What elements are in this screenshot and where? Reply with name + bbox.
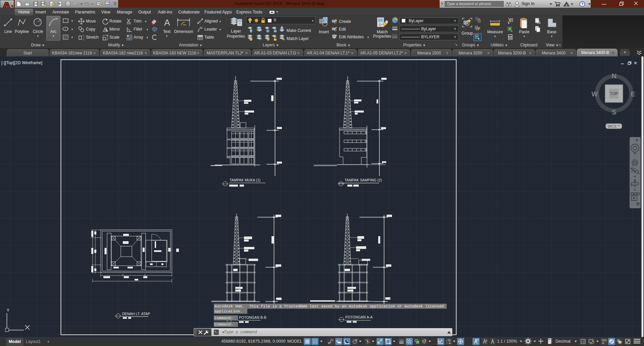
- svg-text:POTONGAN B-B: POTONGAN B-B: [239, 316, 266, 319]
- svg-text:TAMPAK SAMPING (2): TAMPAK SAMPING (2): [345, 178, 382, 182]
- svg-text:N: N: [612, 72, 616, 80]
- svg-text:E: E: [631, 90, 635, 98]
- svg-text:S: S: [612, 109, 616, 116]
- svg-text:?: ?: [581, 2, 584, 6]
- svg-text:[-][Top][2D Wireframe]: [-][Top][2D Wireframe]: [1, 60, 42, 65]
- svg-text:DENAH LT. ATAP: DENAH LT. ATAP: [122, 312, 150, 316]
- svg-text:TAMPAK MUKA (1): TAMPAK MUKA (1): [230, 178, 260, 182]
- svg-text:Y: Y: [7, 308, 9, 313]
- svg-text:WCS: WCS: [608, 124, 616, 128]
- svg-text:TOP: TOP: [610, 91, 618, 96]
- svg-text:POTONGAN A-A: POTONGAN A-A: [345, 315, 373, 319]
- svg-text:W: W: [592, 90, 598, 98]
- svg-text:A: A: [164, 17, 170, 27]
